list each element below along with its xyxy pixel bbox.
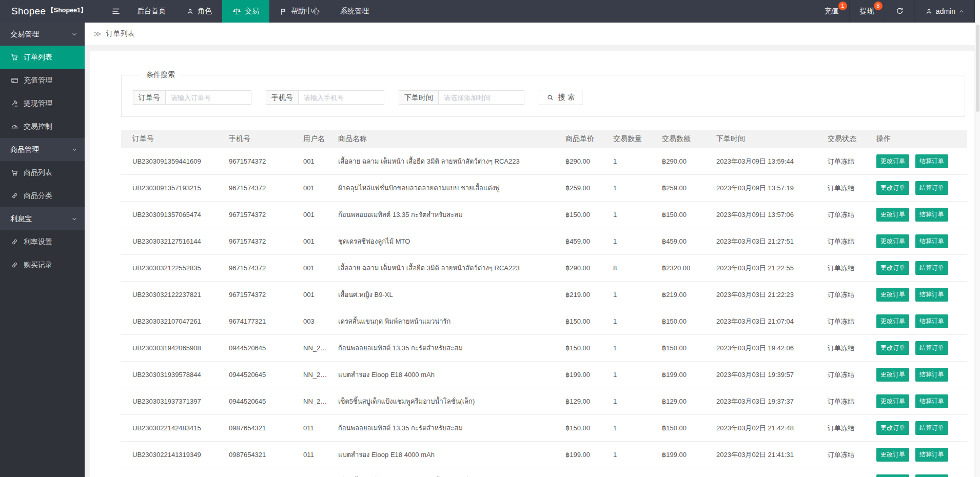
modify-order-button[interactable]: 更改订单 xyxy=(876,261,909,275)
phone-input[interactable] xyxy=(298,90,384,105)
product-name-cell: ก้อนพลอยอเมทิสต์ 13.35 กะรัตสำหรับสะสม xyxy=(334,415,561,442)
settle-order-button[interactable]: 结算订单 xyxy=(915,261,948,275)
modify-order-button[interactable]: 更改订单 xyxy=(876,448,909,462)
withdraw-button[interactable]: 提现 8 xyxy=(849,0,885,23)
quantity-cell: 1 xyxy=(609,442,658,468)
sidebar-item-label: 提现管理 xyxy=(24,99,52,108)
settle-order-button[interactable]: 结算订单 xyxy=(915,368,948,382)
sidebar-item-purchase-records[interactable]: 购买记录 xyxy=(0,253,85,276)
unit-price-cell: ฿219.00 xyxy=(561,282,609,308)
search-button[interactable]: 搜 索 xyxy=(539,90,582,105)
product-name-cell: ก้อนพลอยอเมทิสต์ 13.35 กะรัตสำหรับสะสม xyxy=(334,335,561,362)
sidebar-item-trade-control[interactable]: 交易控制 xyxy=(0,115,85,138)
amount-cell: ฿150.00 xyxy=(658,335,712,362)
scrollbar-thumb[interactable] xyxy=(976,25,979,112)
sidebar-item-withdraw-management[interactable]: 提现管理 xyxy=(0,92,85,115)
unit-price-cell: ฿290.00 xyxy=(561,148,609,175)
breadcrumb-separator-icon: ≫ xyxy=(93,29,102,38)
sidebar-group-interest-treasure[interactable]: 利息宝 xyxy=(0,207,85,230)
flag-icon xyxy=(280,8,287,15)
withdraw-label: 提现 xyxy=(860,7,874,16)
settle-order-button[interactable]: 结算订单 xyxy=(915,341,948,355)
amount-cell: ฿150.00 xyxy=(658,202,712,228)
app-logo[interactable]: Shopee 【Shopee1】 xyxy=(0,0,85,23)
modify-order-button[interactable]: 更改订单 xyxy=(876,288,909,302)
order-table-row: UB2303031937371397 0944520645 NN_2kv0u เ… xyxy=(121,388,967,415)
user-icon xyxy=(925,8,933,15)
modify-order-button[interactable]: 更改订单 xyxy=(876,154,909,168)
modify-order-button[interactable]: 更改订单 xyxy=(876,234,909,248)
sidebar-item-label: 订单列表 xyxy=(24,53,52,62)
nav-item-trade[interactable]: 交易 xyxy=(222,0,269,23)
product-name-cell: เซ็ต5ชิ้นสบู่เด็กแป้งแชมพูครีมอาบน้ำโลชั… xyxy=(334,468,561,477)
search-panel-legend: 条件搜索 xyxy=(141,70,180,80)
product-name-cell: ผ้าคลุมไหล่แฟชั่นปักขอบลวดลายตามแบบ ชายเ… xyxy=(334,175,561,202)
recharge-button[interactable]: 充值 1 xyxy=(814,0,849,23)
settle-order-button[interactable]: 结算订单 xyxy=(915,154,948,168)
modify-order-button[interactable]: 更改订单 xyxy=(876,208,909,222)
nav-item-help-center[interactable]: 帮助中心 xyxy=(269,0,330,23)
modify-order-button[interactable]: 更改订单 xyxy=(876,341,909,355)
phone-cell: 9671574372 xyxy=(225,202,299,228)
nav-item-dashboard[interactable]: 后台首页 xyxy=(127,0,176,23)
order-time-cell: 2023年03月03日 21:07:04 xyxy=(712,308,824,335)
menu-toggle-icon[interactable] xyxy=(105,0,127,23)
username-cell: 001 xyxy=(299,255,334,282)
order-time-cell: 2023年03月09日 13:57:19 xyxy=(712,175,824,202)
phone-label: 手机号 xyxy=(266,90,298,105)
user-menu[interactable]: admin xyxy=(914,0,975,23)
sidebar-group-trade-management[interactable]: 交易管理 xyxy=(0,23,85,46)
unit-price-cell: ฿199.00 xyxy=(561,442,609,468)
settle-order-button[interactable]: 结算订单 xyxy=(915,181,948,195)
modify-order-button[interactable]: 更改订单 xyxy=(876,421,909,435)
settle-order-button[interactable]: 结算订单 xyxy=(915,448,948,462)
col-header-unit-price: 商品单价 xyxy=(561,130,609,148)
unit-price-cell: ฿199.00 xyxy=(561,362,609,388)
product-name-cell: ก้อนพลอยอเมทิสต์ 13.35 กะรัตสำหรับสะสม xyxy=(334,202,561,228)
nav-item-system[interactable]: 系统管理 xyxy=(330,0,379,23)
sidebar-item-recharge-management[interactable]: 充值管理 xyxy=(0,69,85,92)
order-table-row: UB2303091359441609 9671574372 001 เสื้อล… xyxy=(121,148,967,175)
amount-cell: ฿150.00 xyxy=(658,415,712,442)
sidebar-item-product-list[interactable]: 商品列表 xyxy=(0,161,85,184)
settle-order-button[interactable]: 结算订单 xyxy=(915,394,948,408)
settle-order-button[interactable]: 结算订单 xyxy=(915,234,948,248)
settle-order-button[interactable]: 结算订单 xyxy=(915,208,948,222)
order-time-input[interactable] xyxy=(438,90,524,105)
order-no-cell: UB2303091357065474 xyxy=(121,202,225,228)
order-no-cell: UB2303032122552835 xyxy=(121,255,225,282)
logo-sub-text: 【Shopee1】 xyxy=(47,6,87,15)
settle-order-button[interactable]: 结算订单 xyxy=(915,421,948,435)
vertical-scrollbar[interactable] xyxy=(975,0,980,477)
sidebar-item-product-category[interactable]: 商品分类 xyxy=(0,184,85,207)
sidebar-group-product-management[interactable]: 商品管理 xyxy=(0,138,85,161)
settle-order-button[interactable]: 结算订单 xyxy=(915,288,948,302)
modify-order-button[interactable]: 更改订单 xyxy=(876,474,909,477)
order-no-input[interactable] xyxy=(165,90,251,105)
order-table-row: UB2303032122552835 9671574372 001 เสื้อล… xyxy=(121,255,967,282)
chevron-down-icon xyxy=(71,147,77,153)
order-time-cell: 2023年03月03日 21:27:51 xyxy=(712,228,824,255)
order-time-cell: 2023年03月03日 21:22:23 xyxy=(712,282,824,308)
order-time-cell: 2023年03月09日 13:59:44 xyxy=(712,148,824,175)
modify-order-button[interactable]: 更改订单 xyxy=(876,314,909,328)
amount-cell: ฿129.00 xyxy=(658,388,712,415)
refresh-button[interactable] xyxy=(885,0,914,23)
amount-cell: ฿2320.00 xyxy=(658,255,712,282)
order-time-cell: 2023年03月03日 19:39:57 xyxy=(712,362,824,388)
modify-order-button[interactable]: 更改订单 xyxy=(876,181,909,195)
username-cell: 011 xyxy=(299,415,334,442)
topbar-actions: 充值 1 提现 8 admin xyxy=(814,0,975,23)
settle-order-button[interactable]: 结算订单 xyxy=(915,474,948,477)
sidebar-item-rate-settings[interactable]: 利率设置 xyxy=(0,230,85,253)
username-cell: 001 xyxy=(299,202,334,228)
sidebar-item-order-list[interactable]: 订单列表 xyxy=(0,46,85,69)
gauge-icon xyxy=(10,123,18,130)
modify-order-button[interactable]: 更改订单 xyxy=(876,394,909,408)
unit-price-cell: ฿150.00 xyxy=(561,202,609,228)
settle-order-button[interactable]: 结算订单 xyxy=(915,314,948,328)
modify-order-button[interactable]: 更改订单 xyxy=(876,368,909,382)
order-table-row: UB2303032122237821 9671574372 001 เสื้อน… xyxy=(121,282,967,308)
nav-item-roles[interactable]: 角色 xyxy=(176,0,222,23)
status-cell: 订单冻结 xyxy=(824,175,872,202)
